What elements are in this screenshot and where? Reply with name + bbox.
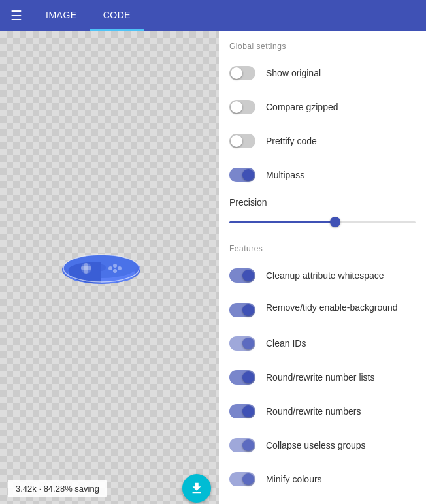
download-button[interactable] bbox=[182, 474, 211, 503]
bottom-bar: 3.42k · 84.28% saving bbox=[0, 473, 219, 504]
main-content: 3.42k · 84.28% saving Global settings Sh… bbox=[0, 31, 426, 504]
setting-prettify-code: Prettify code bbox=[219, 124, 426, 158]
label-clean-ids: Clean IDs bbox=[266, 338, 306, 349]
setting-collapse-groups: Collapse useless groups bbox=[219, 428, 426, 462]
toggle-collapse-groups[interactable] bbox=[229, 438, 255, 452]
setting-multipass: Multipass bbox=[219, 158, 426, 192]
label-round-number-lists: Round/rewrite number lists bbox=[266, 371, 375, 383]
svg-point-7 bbox=[113, 269, 117, 273]
svg-preview bbox=[59, 244, 144, 292]
label-multipass: Multipass bbox=[266, 169, 304, 181]
label-show-original: Show original bbox=[266, 67, 321, 79]
toggle-round-number-lists[interactable] bbox=[229, 370, 255, 385]
svg-point-6 bbox=[118, 266, 122, 270]
slider-thumb[interactable] bbox=[330, 217, 340, 227]
svg-rect-4 bbox=[84, 263, 88, 274]
tab-code[interactable]: CODE bbox=[90, 0, 144, 31]
setting-compare-gzipped: Compare gzipped bbox=[219, 90, 426, 124]
download-icon bbox=[189, 481, 204, 496]
label-prettify-code: Prettify code bbox=[266, 135, 317, 147]
setting-round-numbers: Round/rewrite numbers bbox=[219, 394, 426, 428]
header-tabs: IMAGE CODE bbox=[33, 0, 144, 31]
toggle-compare-gzipped[interactable] bbox=[229, 100, 255, 114]
svg-point-5 bbox=[113, 264, 117, 268]
precision-slider[interactable] bbox=[229, 215, 416, 228]
label-cleanup-whitespace: Cleanup attribute whitespace bbox=[266, 270, 384, 281]
precision-section: Precision bbox=[219, 192, 426, 239]
toggle-minify-colours[interactable] bbox=[229, 472, 255, 486]
settings-panel[interactable]: Global settings Show original Compare gz… bbox=[219, 31, 426, 504]
features-title: Features bbox=[219, 239, 426, 259]
toggle-round-numbers[interactable] bbox=[229, 404, 255, 418]
toggle-remove-background[interactable] bbox=[229, 303, 255, 317]
toggle-show-original[interactable] bbox=[229, 66, 255, 80]
setting-show-original: Show original bbox=[219, 56, 426, 90]
saving-info: 3.42k · 84.28% saving bbox=[8, 480, 107, 497]
setting-remove-background: Remove/tidy enable-background bbox=[219, 292, 426, 326]
label-minify-colours: Minify colours bbox=[266, 473, 322, 485]
label-round-numbers: Round/rewrite numbers bbox=[266, 405, 361, 417]
setting-clean-ids: Clean IDs bbox=[219, 326, 426, 360]
image-panel: 3.42k · 84.28% saving bbox=[0, 31, 219, 504]
label-collapse-groups: Collapse useless groups bbox=[266, 439, 366, 451]
label-compare-gzipped: Compare gzipped bbox=[266, 101, 338, 113]
toggle-multipass[interactable] bbox=[229, 168, 255, 182]
setting-round-number-lists: Round/rewrite number lists bbox=[219, 360, 426, 394]
menu-icon[interactable]: ☰ bbox=[0, 8, 33, 24]
toggle-clean-ids[interactable] bbox=[229, 336, 255, 351]
svg-point-8 bbox=[108, 266, 112, 270]
tab-image[interactable]: IMAGE bbox=[33, 0, 90, 31]
setting-minify-colours: Minify colours bbox=[219, 462, 426, 496]
setting-cleanup-whitespace: Cleanup attribute whitespace bbox=[219, 259, 426, 292]
label-remove-background: Remove/tidy enable-background bbox=[266, 302, 398, 313]
toggle-cleanup-whitespace[interactable] bbox=[229, 268, 255, 283]
precision-label: Precision bbox=[229, 197, 416, 208]
svg-point-9 bbox=[97, 264, 106, 271]
slider-fill bbox=[229, 221, 335, 223]
toggle-prettify-code[interactable] bbox=[229, 134, 255, 148]
header: ☰ IMAGE CODE bbox=[0, 0, 426, 31]
global-settings-title: Global settings bbox=[219, 31, 426, 56]
